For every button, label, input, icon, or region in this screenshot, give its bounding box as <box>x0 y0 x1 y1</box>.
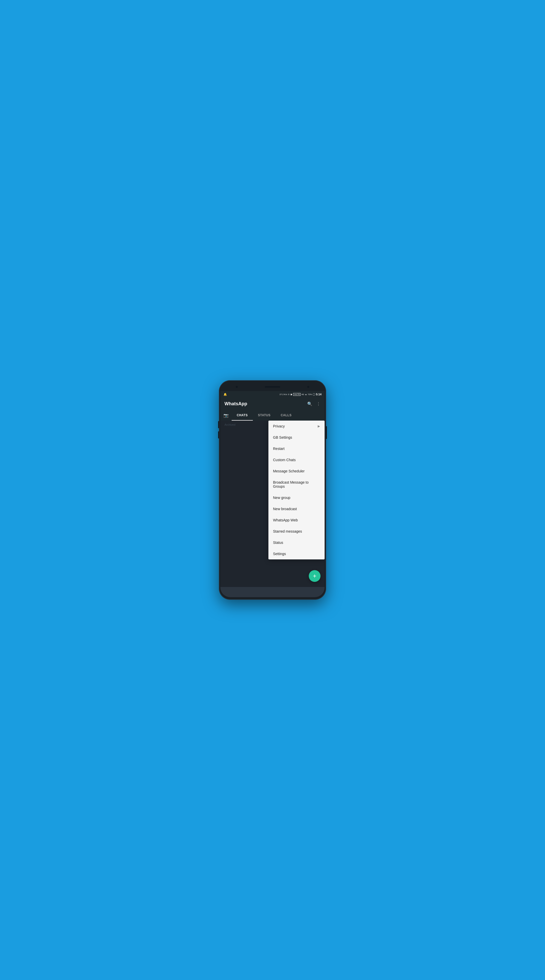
search-icon[interactable]: 🔍 <box>307 401 312 406</box>
tab-status[interactable]: STATUS <box>253 410 276 421</box>
menu-item-status[interactable]: Status <box>268 537 325 548</box>
status-bar: 🔔 27.2 K/s ⊙ ▣ VoLTE 4G ▲ 72% ◯ 5:14 <box>220 391 325 398</box>
phone-device: 🔔 27.2 K/s ⊙ ▣ VoLTE 4G ▲ 72% ◯ 5:14 Wha… <box>219 380 326 600</box>
menu-item-new-group[interactable]: New group <box>268 492 325 503</box>
menu-item-label-starred-messages: Starred messages <box>273 529 302 533</box>
power-button[interactable] <box>326 426 327 439</box>
battery-circle-icon: ◯ <box>312 393 315 396</box>
status-time: 5:14 <box>316 393 322 396</box>
speaker <box>265 386 280 388</box>
volte-icon: VoLTE <box>293 393 301 396</box>
volume-up-button[interactable] <box>218 421 219 428</box>
header-icons: 🔍 ⋮ <box>307 401 320 406</box>
notification-bell-icon: 🔔 <box>223 393 227 396</box>
signal-icon: ▲ <box>305 393 307 396</box>
menu-item-label-status: Status <box>273 541 283 545</box>
vibrate-icon: ▣ <box>290 393 292 396</box>
status-right: 27.2 K/s ⊙ ▣ VoLTE 4G ▲ 72% ◯ 5:14 <box>280 393 322 396</box>
menu-item-starred-messages[interactable]: Starred messages <box>268 526 325 537</box>
menu-item-label-privacy: Privacy <box>273 424 285 428</box>
screen-content: 🔔 27.2 K/s ⊙ ▣ VoLTE 4G ▲ 72% ◯ 5:14 Wha… <box>220 391 325 587</box>
menu-item-restart[interactable]: Restart <box>268 443 325 454</box>
menu-item-label-broadcast-message: Broadcast Message to Groups <box>273 480 320 488</box>
app-content: Archived Privacy▶GB SettingsRestartCusto… <box>220 421 325 587</box>
fab-button[interactable]: + <box>309 570 320 582</box>
menu-item-label-custom-chats: Custom Chats <box>273 458 296 462</box>
menu-item-privacy[interactable]: Privacy▶ <box>268 421 325 432</box>
more-options-icon[interactable]: ⋮ <box>316 401 320 406</box>
tab-camera[interactable]: 📷 <box>220 410 232 421</box>
menu-item-arrow-privacy: ▶ <box>318 425 320 428</box>
phone-top-bar <box>220 383 325 391</box>
menu-item-whatsapp-web[interactable]: WhatsApp Web <box>268 514 325 526</box>
menu-item-label-message-scheduler: Message Scheduler <box>273 469 305 473</box>
menu-item-gb-settings[interactable]: GB Settings <box>268 432 325 443</box>
wifi-icon: ⊙ <box>288 393 290 396</box>
battery-icon: 72% <box>308 393 312 396</box>
menu-item-label-restart: Restart <box>273 447 285 451</box>
menu-item-label-settings: Settings <box>273 552 286 556</box>
network-4g-icon: 4G <box>301 393 304 396</box>
app-title: WhatsApp <box>225 401 307 407</box>
status-left: 🔔 <box>223 393 227 396</box>
tab-calls[interactable]: CALLS <box>276 410 297 421</box>
menu-item-message-scheduler[interactable]: Message Scheduler <box>268 466 325 477</box>
dropdown-menu: Privacy▶GB SettingsRestartCustom ChatsMe… <box>268 421 325 559</box>
menu-item-custom-chats[interactable]: Custom Chats <box>268 454 325 466</box>
camera-icon: 📷 <box>223 413 229 418</box>
front-camera-right <box>307 386 309 388</box>
menu-item-settings[interactable]: Settings <box>268 548 325 559</box>
app-header: WhatsApp 🔍 ⋮ <box>220 398 325 410</box>
volume-down-button[interactable] <box>218 431 219 438</box>
menu-item-label-new-broadcast: New broadcast <box>273 507 297 511</box>
menu-item-label-gb-settings: GB Settings <box>273 435 292 439</box>
tab-chats[interactable]: CHATS <box>232 410 253 421</box>
phone-screen: 🔔 27.2 K/s ⊙ ▣ VoLTE 4G ▲ 72% ◯ 5:14 Wha… <box>220 383 325 597</box>
network-speed: 27.2 K/s <box>280 393 287 396</box>
front-camera-left <box>236 386 238 388</box>
menu-item-broadcast-message[interactable]: Broadcast Message to Groups <box>268 477 325 492</box>
menu-item-label-new-group: New group <box>273 496 290 500</box>
tabs-bar: 📷 CHATS STATUS CALLS <box>220 410 325 421</box>
fab-plus-icon: + <box>313 573 316 579</box>
menu-item-label-whatsapp-web: WhatsApp Web <box>273 518 298 522</box>
menu-item-new-broadcast[interactable]: New broadcast <box>268 503 325 514</box>
